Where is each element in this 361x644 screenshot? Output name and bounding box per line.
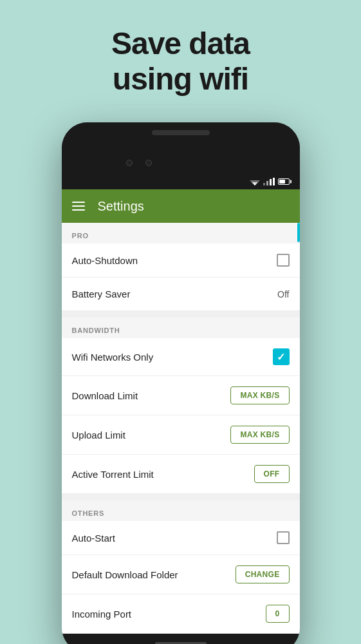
phone-bottom [62, 634, 300, 644]
divider-1 [62, 311, 300, 317]
signal-icon [263, 178, 275, 185]
auto-shutdown-checkbox[interactable] [277, 254, 290, 267]
phone-top [62, 122, 300, 174]
change-folder-button[interactable]: CHANGE [236, 565, 290, 583]
page-background: Save data using wifi [0, 0, 361, 644]
headline-text2: using wifi [113, 62, 248, 96]
wifi-networks-checkbox[interactable]: ✓ [273, 348, 290, 365]
download-limit-button[interactable]: MAX KB/S [230, 386, 289, 404]
status-bar [62, 174, 300, 189]
wifi-status-icon [250, 178, 260, 185]
scroll-indicator [297, 223, 300, 242]
auto-start-checkbox[interactable] [277, 531, 290, 544]
active-torrent-limit-button[interactable]: OFF [254, 465, 290, 483]
speaker [152, 130, 210, 135]
phone-frame: Settings PRO Auto-Shutdown Battery Saver… [62, 122, 300, 644]
app-toolbar: Settings [62, 189, 300, 223]
section-others: OTHERS Auto-Start Default Download Folde… [62, 500, 300, 634]
row-auto-shutdown[interactable]: Auto-Shutdown [62, 243, 300, 278]
headline-text: Save data [111, 26, 250, 61]
row-auto-start[interactable]: Auto-Start [62, 521, 300, 555]
incoming-port-label: Incoming Port [72, 609, 132, 620]
phone-mockup: Settings PRO Auto-Shutdown Battery Saver… [0, 116, 361, 644]
wifi-networks-label: Wifi Networks Only [72, 352, 154, 363]
divider-2 [62, 494, 300, 500]
auto-start-label: Auto-Start [72, 533, 116, 544]
section-header-others: OTHERS [62, 500, 300, 521]
incoming-port-button[interactable]: 0 [266, 605, 290, 623]
auto-shutdown-label: Auto-Shutdown [72, 255, 138, 266]
section-header-pro: PRO [62, 223, 300, 243]
row-default-download-folder[interactable]: Default Download Folder CHANGE [62, 555, 300, 594]
row-incoming-port[interactable]: Incoming Port 0 [62, 594, 300, 634]
hamburger-line-1 [72, 202, 85, 203]
default-download-folder-label: Default Download Folder [72, 569, 178, 580]
camera-left [126, 160, 133, 166]
upload-limit-button[interactable]: MAX KB/S [230, 426, 289, 444]
hamburger-line-3 [72, 209, 85, 211]
hamburger-line-2 [72, 205, 85, 207]
checkmark-icon: ✓ [277, 351, 285, 363]
active-torrent-limit-label: Active Torrent Limit [72, 469, 154, 480]
menu-button[interactable] [72, 202, 85, 211]
download-limit-label: Download Limit [72, 390, 138, 401]
camera-right [145, 160, 152, 166]
row-upload-limit[interactable]: Upload Limit MAX KB/S [62, 415, 300, 455]
row-battery-saver[interactable]: Battery Saver Off [62, 278, 300, 311]
cameras [126, 160, 152, 166]
status-icons [250, 178, 290, 185]
upload-limit-label: Upload Limit [72, 430, 125, 440]
toolbar-title: Settings [98, 199, 144, 214]
headline: Save data using wifi [0, 0, 361, 116]
row-wifi-networks-only[interactable]: Wifi Networks Only ✓ [62, 338, 300, 376]
battery-icon [278, 178, 290, 185]
section-bandwidth: BANDWIDTH Wifi Networks Only ✓ Download … [62, 317, 300, 494]
row-active-torrent-limit[interactable]: Active Torrent Limit OFF [62, 455, 300, 494]
section-pro: PRO Auto-Shutdown Battery Saver Off [62, 223, 300, 311]
settings-content: PRO Auto-Shutdown Battery Saver Off BAND… [62, 223, 300, 634]
section-header-bandwidth: BANDWIDTH [62, 317, 300, 338]
battery-saver-value: Off [277, 289, 289, 299]
row-download-limit[interactable]: Download Limit MAX KB/S [62, 376, 300, 415]
battery-saver-label: Battery Saver [72, 289, 131, 299]
